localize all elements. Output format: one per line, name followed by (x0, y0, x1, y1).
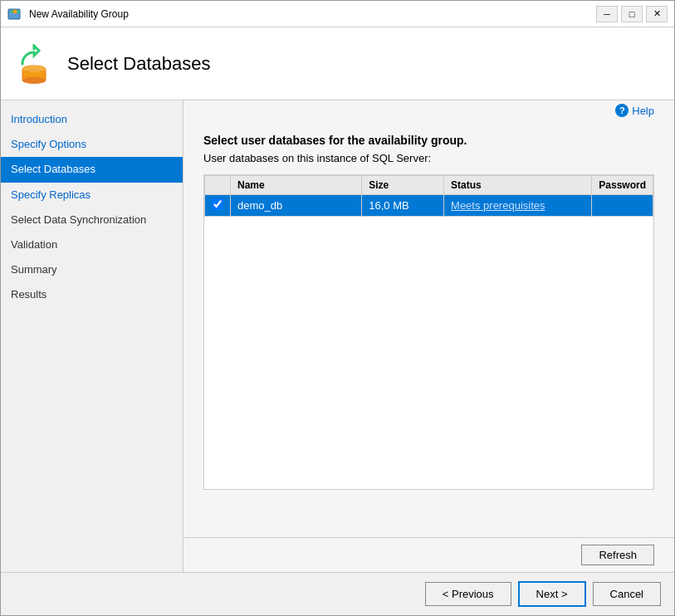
col-header-name: Name (231, 176, 362, 195)
section-title: Select user databases for the availabili… (203, 134, 654, 147)
sidebar-item-specify-replicas[interactable]: Specify Replicas (1, 183, 183, 208)
row-checkbox[interactable] (212, 198, 223, 210)
help-label: Help (632, 105, 654, 117)
main-panel: ? Help Select user databases for the ava… (183, 100, 674, 572)
help-area: ? Help (183, 100, 674, 117)
row-status[interactable]: Meets prerequisites (444, 195, 592, 217)
database-table-container: Name Size Status Password d (203, 174, 654, 490)
sidebar-item-validation: Validation (1, 232, 183, 257)
row-name: demo_db (231, 195, 362, 217)
svg-point-7 (22, 77, 46, 84)
sidebar-item-specify-options[interactable]: Specify Options (1, 132, 183, 157)
header-area: Select Databases (1, 27, 674, 100)
window-icon (7, 7, 22, 22)
help-link[interactable]: ? Help (615, 104, 654, 117)
sidebar-item-select-data-sync: Select Data Synchronization (1, 208, 183, 232)
sidebar-item-introduction[interactable]: Introduction (1, 107, 183, 132)
section-subtitle: User databases on this instance of SQL S… (203, 152, 654, 164)
refresh-bar: Refresh (183, 537, 674, 572)
title-bar: New Availability Group ─ □ ✕ (1, 1, 674, 27)
sidebar-item-results: Results (1, 282, 183, 307)
row-size: 16,0 MB (362, 195, 444, 217)
main-content: Select user databases for the availabili… (183, 117, 674, 537)
maximize-button[interactable]: □ (621, 6, 643, 22)
close-button[interactable]: ✕ (646, 6, 668, 22)
next-button[interactable]: Next > (518, 581, 586, 607)
meets-prerequisites-link[interactable]: Meets prerequisites (451, 199, 545, 212)
table-header-row: Name Size Status Password (205, 176, 653, 195)
col-header-password: Password (592, 176, 653, 195)
window: New Availability Group ─ □ ✕ (0, 0, 675, 616)
help-icon: ? (615, 104, 629, 117)
database-table: Name Size Status Password d (204, 175, 653, 217)
page-title: Select Databases (67, 53, 210, 75)
svg-point-1 (13, 9, 17, 13)
refresh-button[interactable]: Refresh (581, 545, 654, 565)
previous-button[interactable]: < Previous (425, 582, 511, 606)
row-password (592, 195, 653, 217)
minimize-button[interactable]: ─ (596, 6, 618, 22)
cancel-button[interactable]: Cancel (593, 582, 661, 606)
footer: < Previous Next > Cancel (1, 572, 674, 615)
sidebar-item-summary: Summary (1, 257, 183, 282)
row-checkbox-cell (205, 195, 231, 217)
sidebar-item-select-databases[interactable]: Select Databases (1, 157, 183, 182)
content-area: Introduction Specify Options Select Data… (1, 100, 674, 572)
col-header-check (205, 176, 231, 195)
table-row: demo_db 16,0 MB Meets prerequisites (205, 195, 653, 217)
header-icon (14, 44, 54, 84)
col-header-status: Status (444, 176, 592, 195)
sidebar: Introduction Specify Options Select Data… (1, 100, 183, 572)
title-bar-controls: ─ □ ✕ (596, 6, 668, 22)
col-header-size: Size (362, 176, 444, 195)
svg-point-8 (22, 66, 46, 72)
window-title: New Availability Group (29, 8, 596, 20)
